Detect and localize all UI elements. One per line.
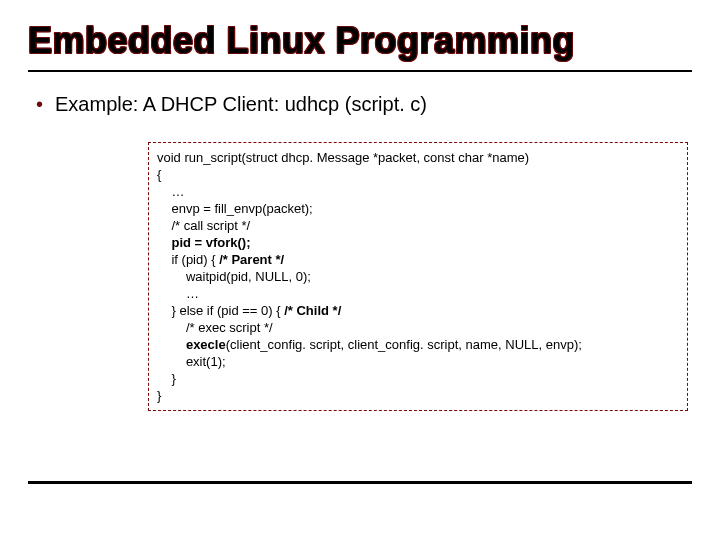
code-line <box>157 337 186 352</box>
code-block: void run_script(struct dhcp. Message *pa… <box>148 142 688 411</box>
code-line: … <box>157 286 199 301</box>
code-line-bold: pid = vfork(); <box>157 235 251 250</box>
bottom-underline <box>28 481 692 484</box>
code-comment-bold: /* Parent */ <box>219 252 284 267</box>
code-line: /* call script */ <box>157 218 250 233</box>
bullet-item: • Example: A DHCP Client: udhcp (script.… <box>28 92 692 116</box>
code-comment-bold: /* Child */ <box>284 303 341 318</box>
code-line: } <box>157 388 161 403</box>
bullet-text: Example: A DHCP Client: udhcp (script. c… <box>55 92 427 116</box>
title-underline <box>28 70 692 72</box>
code-line: envp = fill_envp(packet); <box>157 201 313 216</box>
code-line: if (pid) { <box>157 252 219 267</box>
code-fn-bold: execle <box>186 337 226 352</box>
code-line: … <box>157 184 184 199</box>
code-line: waitpid(pid, NULL, 0); <box>157 269 311 284</box>
bullet-icon: • <box>36 92 43 116</box>
slide: Embedded Linux Programming • Example: A … <box>0 0 720 540</box>
code-line: exit(1); <box>157 354 226 369</box>
code-line: void run_script(struct dhcp. Message *pa… <box>157 150 529 165</box>
code-line: } else if (pid == 0) { <box>157 303 284 318</box>
code-line: { <box>157 167 161 182</box>
code-line: (client_config. script, client_config. s… <box>226 337 582 352</box>
slide-title: Embedded Linux Programming <box>28 20 692 68</box>
code-line: /* exec script */ <box>157 320 273 335</box>
code-line: } <box>157 371 176 386</box>
